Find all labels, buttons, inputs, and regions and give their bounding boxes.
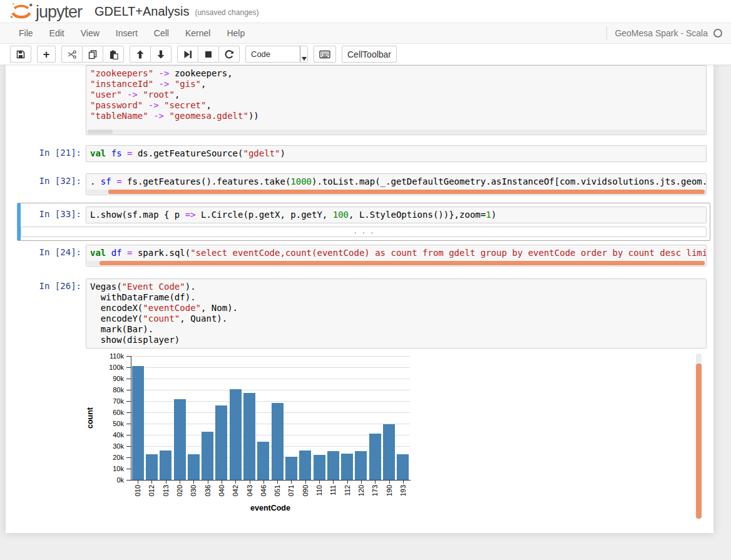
horizontal-scrollbar[interactable]: [87, 261, 705, 265]
code-token-pln: )): [248, 111, 259, 121]
bar: [215, 405, 227, 480]
restart-kernel-button[interactable]: [218, 46, 240, 63]
x-axis-tick-label: 020: [176, 485, 183, 506]
code-token-op: =: [116, 176, 121, 186]
jupyter-logo[interactable]: jupyter: [9, 1, 82, 21]
keyboard-icon: [319, 50, 330, 59]
x-tick-mark: [305, 481, 306, 484]
code-line: "user" -> "root",: [90, 89, 702, 100]
code-content: L.show(sf.map { p => L.Circle(p.getX, p.…: [90, 210, 702, 220]
interrupt-kernel-button[interactable]: [198, 46, 219, 63]
code-editor[interactable]: val fs = ds.getFeatureSource("gdelt"): [86, 145, 707, 162]
y-tick-mark: [126, 480, 131, 481]
paste-cells-button[interactable]: [103, 46, 124, 63]
code-line: Vegas("Event Code").: [90, 282, 702, 292]
code-editor[interactable]: "zookeepers" -> zookeepers,"instanceId" …: [86, 65, 707, 135]
input-prompt: In [21]:: [21, 145, 86, 162]
copy-cells-button[interactable]: [82, 46, 103, 63]
x-tick-mark: [193, 481, 194, 484]
menu-insert[interactable]: Insert: [108, 23, 146, 43]
code-token-pln: [143, 100, 148, 110]
scrollbar-thumb[interactable]: [88, 130, 113, 134]
floppy-icon: [16, 49, 26, 59]
code-token-str: "select eventCode,count(eventCode) as co…: [190, 248, 707, 258]
code-token-op: =>: [185, 210, 196, 220]
code-cell-feature-source[interactable]: In [21]: val fs = ds.getFeatureSource("g…: [17, 141, 710, 166]
x-tick-mark: [235, 481, 236, 484]
menu-help[interactable]: Help: [218, 23, 253, 43]
code-token-str: "Event Code": [122, 282, 185, 292]
scrollbar-thumb[interactable]: [108, 190, 705, 194]
code-cell-take-features[interactable]: In [32]: . sf = fs.getFeatures().feature…: [17, 170, 710, 199]
vega-bar-chart: 0k10k20k30k40k50k60k70k80k90k100k110k010…: [86, 351, 427, 517]
gridline: [131, 424, 410, 424]
code-cell-leaflet-show[interactable]: In [33]: L.show(sf.map { p => L.Circle(p…: [17, 203, 710, 241]
gridline: [131, 356, 410, 357]
code-editor[interactable]: Vegas("Event Code"). withDataFrame(df). …: [86, 278, 707, 349]
x-tick-mark: [333, 481, 334, 484]
run-cell-button[interactable]: [177, 46, 198, 63]
kernel-indicator-area: GeoMesa Spark - Scala: [606, 26, 722, 40]
gridline: [131, 390, 410, 390]
code-token-str: "user": [90, 89, 122, 99]
code-token-pln: [122, 89, 127, 99]
code-cell-spark-sql[interactable]: In [24]: val df = spark.sql("select even…: [17, 241, 710, 270]
autosave-status: (unsaved changes): [195, 6, 258, 17]
arrow-up-icon: [135, 49, 145, 59]
menu-file[interactable]: File: [11, 23, 41, 43]
menu-kernel[interactable]: Kernel: [177, 23, 218, 43]
scrollbar-thumb[interactable]: [696, 364, 702, 519]
y-axis-title: count: [86, 356, 95, 480]
code-token-str: "root": [143, 89, 175, 99]
code-content: val fs = ds.getFeatureSource("gdelt"): [90, 148, 702, 159]
input-prompt: [21, 65, 86, 135]
x-tick-mark: [319, 481, 320, 484]
code-content: . sf = fs.getFeatures().features.take(10…: [90, 176, 702, 187]
gridline: [131, 469, 410, 469]
move-cell-down-button[interactable]: [150, 46, 171, 63]
code-line: encodeX("eventCode", Nom).: [90, 303, 702, 313]
bar: [341, 454, 353, 480]
x-axis-tick-label: 040: [218, 485, 225, 506]
menu-edit[interactable]: Edit: [41, 23, 73, 43]
x-axis-tick-label: 112: [344, 485, 351, 506]
x-axis-tick-label: 110: [315, 485, 323, 506]
x-axis-tick-label: 010: [134, 485, 141, 506]
code-token-str: "instanceId": [90, 79, 153, 89]
code-token-pln: mark(Bar).: [90, 324, 153, 334]
cell-type-select[interactable]: Code: [245, 46, 308, 63]
insert-cell-below-button[interactable]: +: [37, 46, 56, 63]
scrollbar-thumb[interactable]: [100, 261, 705, 265]
collapsed-output-toggle[interactable]: . . .: [21, 227, 707, 237]
y-tick-mark: [126, 469, 131, 469]
cut-cells-button[interactable]: [61, 46, 83, 63]
save-button[interactable]: [10, 46, 31, 63]
input-prompt: In [33]:: [21, 206, 86, 223]
gridline: [131, 367, 410, 368]
output-prompt: [21, 351, 86, 521]
code-token-op: ->: [148, 100, 159, 110]
vertical-scrollbar[interactable]: [696, 354, 702, 519]
cell-toolbar-button[interactable]: CellToolbar: [342, 46, 397, 63]
y-tick-mark: [126, 401, 131, 402]
x-axis-tick-label: 111: [329, 485, 337, 506]
menu-view[interactable]: View: [73, 23, 108, 43]
code-token-def: sf: [101, 176, 111, 186]
x-tick-mark: [222, 481, 222, 484]
menu-cell[interactable]: Cell: [146, 23, 177, 43]
code-token-pln: ): [280, 148, 285, 158]
code-token-pln: ,: [175, 89, 180, 99]
code-cell-datastore-config[interactable]: "zookeepers" -> zookeepers,"instanceId" …: [17, 65, 710, 139]
x-axis-tick-label: 030: [190, 485, 197, 506]
horizontal-scrollbar[interactable]: [87, 130, 705, 134]
bar: [272, 403, 284, 480]
code-editor[interactable]: val df = spark.sql("select eventCode,cou…: [86, 245, 707, 267]
code-cell-vegas-chart[interactable]: In [26]: Vegas("Event Code"). withDataFr…: [17, 275, 710, 525]
code-editor[interactable]: . sf = fs.getFeatures().features.take(10…: [86, 173, 707, 195]
bar: [355, 451, 367, 480]
code-editor[interactable]: L.show(sf.map { p => L.Circle(p.getX, p.…: [86, 206, 707, 223]
command-palette-button[interactable]: [314, 46, 336, 63]
horizontal-scrollbar[interactable]: [87, 190, 705, 194]
move-cell-up-button[interactable]: [130, 46, 151, 63]
notebook-title[interactable]: GDELT+Analysis: [95, 4, 189, 19]
